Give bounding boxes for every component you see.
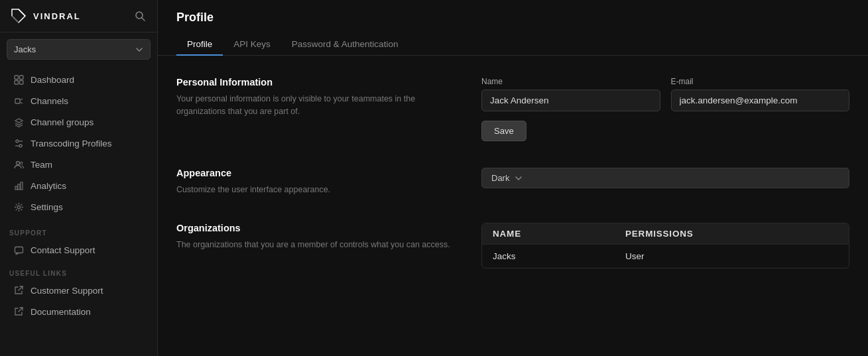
useful-links-section-label: USEFUL LINKS xyxy=(0,261,157,280)
col-header-name: NAME xyxy=(493,229,625,239)
svg-line-7 xyxy=(20,99,23,100)
chevron-down-icon xyxy=(515,174,523,182)
personal-info-desc: Your personal information is only visibl… xyxy=(176,93,455,118)
organizations-title: Organizations xyxy=(176,223,455,233)
sidebar: VINDRAL Jacks Dashboard xyxy=(0,0,158,356)
sidebar-item-settings[interactable]: Settings xyxy=(4,196,153,217)
table-row: Jacks User xyxy=(482,245,849,268)
svg-point-10 xyxy=(16,140,19,143)
gear-icon xyxy=(13,202,24,212)
documentation-label: Documentation xyxy=(31,307,91,317)
tabs: Profile API Keys Password & Authenticati… xyxy=(176,34,849,55)
svg-line-20 xyxy=(19,286,23,290)
analytics-label: Analytics xyxy=(31,181,66,191)
personal-info-form: Name E-mail Save xyxy=(481,77,849,141)
broadcast-icon xyxy=(13,95,24,106)
chevron-down-icon xyxy=(135,46,143,54)
search-icon xyxy=(135,11,145,21)
sliders-icon xyxy=(13,138,24,148)
external-link-icon xyxy=(13,285,24,296)
svg-rect-6 xyxy=(15,99,20,103)
sidebar-item-customer-support[interactable]: Customer Support xyxy=(4,280,153,301)
svg-point-13 xyxy=(16,161,19,164)
dashboard-label: Dashboard xyxy=(31,75,74,85)
logo-icon xyxy=(9,7,28,25)
organizations-section: Organizations The organizations that you… xyxy=(176,223,849,268)
svg-rect-4 xyxy=(15,80,19,84)
save-button[interactable]: Save xyxy=(481,121,527,141)
svg-line-21 xyxy=(19,308,23,312)
main-body: Personal Information Your personal infor… xyxy=(158,56,868,290)
org-name-cell: Jacks xyxy=(493,251,625,261)
settings-label: Settings xyxy=(31,202,63,212)
sidebar-item-contact-support[interactable]: Contact Support xyxy=(4,239,153,261)
svg-line-8 xyxy=(20,102,23,103)
support-section-label: SUPPORT xyxy=(0,220,157,239)
tab-api-keys[interactable]: API Keys xyxy=(223,34,281,56)
sidebar-header: VINDRAL xyxy=(0,0,157,32)
name-group: Name xyxy=(481,77,660,111)
sidebar-item-channel-groups[interactable]: Channel groups xyxy=(4,111,153,133)
personal-info-title: Personal Information xyxy=(176,77,455,88)
tab-profile[interactable]: Profile xyxy=(176,34,223,56)
personal-info-description: Personal Information Your personal infor… xyxy=(176,77,455,141)
transcoding-label: Transcoding Profiles xyxy=(31,139,112,148)
search-button[interactable] xyxy=(132,8,148,24)
table-header-row: NAME PERMISSIONS xyxy=(482,223,849,245)
team-label: Team xyxy=(31,160,52,170)
appearance-description: Appearance Customize the user interface … xyxy=(176,168,455,196)
name-label: Name xyxy=(481,77,660,86)
sidebar-item-channels[interactable]: Channels xyxy=(4,90,153,111)
logo-text: VINDRAL xyxy=(33,11,81,21)
bar-chart-icon xyxy=(13,180,24,191)
main-content: Profile Profile API Keys Password & Auth… xyxy=(158,0,868,356)
sidebar-item-analytics[interactable]: Analytics xyxy=(4,175,153,196)
tab-password-auth[interactable]: Password & Authentication xyxy=(281,34,409,56)
appearance-section: Appearance Customize the user interface … xyxy=(176,168,849,196)
channel-groups-label: Channel groups xyxy=(31,117,93,127)
channels-label: Channels xyxy=(31,96,68,106)
appearance-dropdown[interactable]: Dark xyxy=(481,168,849,188)
logo-area: VINDRAL xyxy=(9,7,81,25)
grid-icon xyxy=(13,74,24,85)
svg-line-1 xyxy=(142,18,145,21)
customer-support-label: Customer Support xyxy=(31,286,103,296)
sidebar-item-team[interactable]: Team xyxy=(4,154,153,175)
col-header-permissions: PERMISSIONS xyxy=(625,229,694,239)
svg-rect-3 xyxy=(19,76,23,80)
appearance-desc: Customize the user interface appearance. xyxy=(176,184,455,196)
appearance-controls: Dark xyxy=(481,168,849,196)
svg-rect-19 xyxy=(15,247,23,253)
contact-support-label: Contact Support xyxy=(31,245,95,255)
main-header: Profile Profile API Keys Password & Auth… xyxy=(158,0,868,56)
svg-rect-2 xyxy=(15,76,19,80)
svg-rect-5 xyxy=(19,80,23,84)
name-input[interactable] xyxy=(481,89,660,111)
organizations-desc: The organizations that you are a member … xyxy=(176,239,455,251)
page-title: Profile xyxy=(176,11,849,25)
sidebar-item-transcoding[interactable]: Transcoding Profiles xyxy=(4,133,153,154)
svg-point-14 xyxy=(20,162,23,164)
sidebar-item-documentation[interactable]: Documentation xyxy=(4,301,153,322)
email-label: E-mail xyxy=(671,77,850,86)
svg-point-12 xyxy=(19,145,22,147)
organizations-table: NAME PERMISSIONS Jacks User xyxy=(481,223,849,268)
sidebar-item-dashboard[interactable]: Dashboard xyxy=(4,69,153,90)
email-input[interactable] xyxy=(671,89,850,111)
main-nav: Dashboard Channels Channel g xyxy=(0,66,157,220)
users-icon xyxy=(13,159,24,170)
layers-icon xyxy=(13,117,24,127)
appearance-value: Dark xyxy=(491,173,509,183)
organizations-table-container: NAME PERMISSIONS Jacks User xyxy=(481,223,849,268)
svg-rect-16 xyxy=(18,184,20,190)
name-email-row: Name E-mail xyxy=(481,77,849,111)
doc-external-link-icon xyxy=(13,306,24,317)
email-group: E-mail xyxy=(671,77,850,111)
organizations-description: Organizations The organizations that you… xyxy=(176,223,455,268)
svg-rect-17 xyxy=(21,182,23,190)
svg-point-18 xyxy=(17,206,20,208)
workspace-selector[interactable]: Jacks xyxy=(7,39,151,60)
workspace-label: Jacks xyxy=(14,44,36,54)
svg-rect-15 xyxy=(15,186,17,190)
message-icon xyxy=(13,245,24,255)
